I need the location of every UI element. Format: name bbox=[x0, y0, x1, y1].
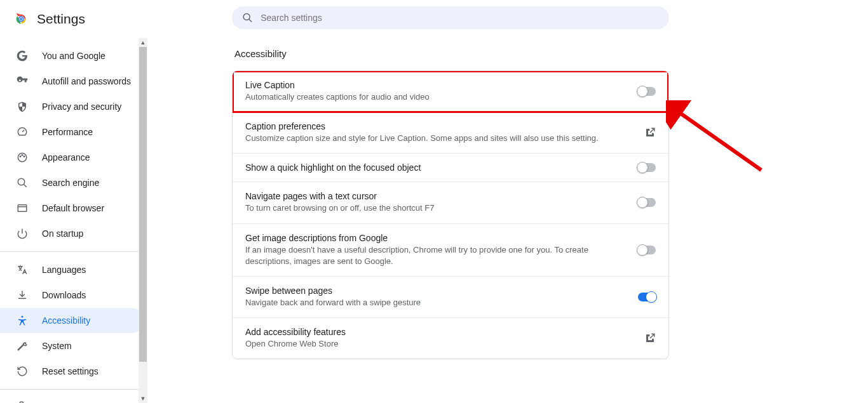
row-subtitle: To turn caret browsing on or off, use th… bbox=[245, 202, 625, 214]
wrench-icon bbox=[17, 340, 28, 352]
row-subtitle: Automatically creates captions for audio… bbox=[245, 91, 625, 103]
search-icon bbox=[17, 177, 28, 188]
sidebar-item-label: Search engine bbox=[42, 178, 99, 188]
search-bar[interactable] bbox=[232, 6, 669, 29]
sidebar-item-label: On startup bbox=[42, 228, 83, 239]
row-image-descriptions[interactable]: Get image descriptions from Google If an… bbox=[233, 224, 668, 277]
sidebar-item-label: You and Google bbox=[42, 51, 105, 61]
sidebar-item-languages[interactable]: Languages bbox=[0, 257, 144, 282]
section-title: Accessibility bbox=[234, 48, 669, 59]
sidebar-item-system[interactable]: System bbox=[0, 333, 144, 359]
page-title: Settings bbox=[37, 11, 85, 27]
sidebar-item-default-browser[interactable]: Default browser bbox=[0, 195, 144, 221]
extension-icon bbox=[17, 400, 28, 403]
svg-point-5 bbox=[20, 156, 21, 157]
row-title: Get image descriptions from Google bbox=[245, 233, 625, 243]
toggle-quick-highlight[interactable] bbox=[638, 163, 656, 172]
svg-point-3 bbox=[20, 18, 22, 20]
sidebar: Settings You and Google Autofill and pas… bbox=[0, 0, 148, 403]
power-icon bbox=[17, 228, 28, 239]
sidebar-nav: You and Google Autofill and passwords Pr… bbox=[0, 38, 147, 403]
scrollbar-down-icon[interactable]: ▼ bbox=[139, 394, 147, 403]
sidebar-item-label: Privacy and security bbox=[42, 102, 121, 112]
row-title: Swipe between pages bbox=[245, 286, 625, 296]
svg-point-8 bbox=[18, 178, 25, 185]
google-g-icon bbox=[17, 50, 28, 62]
scrollbar-up-icon[interactable]: ▲ bbox=[139, 38, 147, 47]
sidebar-header: Settings bbox=[0, 0, 147, 38]
sidebar-item-label: System bbox=[42, 341, 72, 351]
toggle-live-caption[interactable] bbox=[638, 87, 656, 96]
sidebar-item-downloads[interactable]: Downloads bbox=[0, 282, 144, 308]
row-quick-highlight[interactable]: Show a quick highlight on the focused ob… bbox=[233, 154, 668, 182]
sidebar-item-label: Languages bbox=[42, 265, 86, 275]
row-live-caption[interactable]: Live Caption Automatically creates capti… bbox=[233, 71, 668, 112]
row-subtitle: Open Chrome Web Store bbox=[245, 338, 632, 350]
row-caption-preferences[interactable]: Caption preferences Customize caption si… bbox=[233, 112, 668, 154]
shield-icon bbox=[17, 101, 28, 112]
palette-icon bbox=[17, 152, 28, 163]
row-add-features[interactable]: Add accessibility features Open Chrome W… bbox=[233, 318, 668, 359]
sidebar-item-label: Accessibility bbox=[42, 315, 90, 326]
sidebar-item-appearance[interactable]: Appearance bbox=[0, 145, 144, 170]
sidebar-item-label: Default browser bbox=[42, 203, 104, 213]
toggle-text-cursor[interactable] bbox=[638, 198, 656, 207]
svg-line-15 bbox=[249, 19, 252, 22]
sidebar-item-extensions[interactable] bbox=[0, 395, 147, 403]
sidebar-item-label: Performance bbox=[42, 127, 93, 137]
svg-point-6 bbox=[22, 155, 23, 156]
nav-divider bbox=[0, 251, 147, 252]
row-subtitle: Customize caption size and style for Liv… bbox=[245, 133, 632, 144]
sidebar-item-accessibility[interactable]: Accessibility bbox=[0, 308, 144, 333]
row-subtitle: Navigate back and forward with a swipe g… bbox=[245, 297, 625, 308]
row-subtitle: If an image doesn't have a useful descri… bbox=[245, 244, 625, 267]
scrollbar-thumb[interactable] bbox=[139, 47, 147, 362]
sidebar-item-label: Appearance bbox=[42, 152, 90, 162]
main-content: Accessibility Live Caption Automatically… bbox=[148, 0, 868, 403]
svg-point-14 bbox=[243, 14, 250, 20]
toggle-swipe-pages[interactable] bbox=[638, 293, 656, 301]
row-text-cursor[interactable]: Navigate pages with a text cursor To tur… bbox=[233, 182, 668, 223]
sidebar-item-search-engine[interactable]: Search engine bbox=[0, 170, 144, 195]
translate-icon bbox=[17, 264, 28, 275]
speedometer-icon bbox=[17, 126, 28, 138]
accessibility-icon bbox=[17, 315, 28, 326]
row-title: Live Caption bbox=[245, 80, 625, 90]
svg-point-7 bbox=[24, 156, 25, 157]
row-title: Add accessibility features bbox=[245, 327, 632, 337]
sidebar-item-label: Autofill and passwords bbox=[42, 76, 131, 86]
reset-icon bbox=[17, 366, 28, 377]
settings-card: Live Caption Automatically creates capti… bbox=[232, 70, 669, 359]
row-title: Show a quick highlight on the focused ob… bbox=[245, 162, 625, 173]
browser-icon bbox=[17, 202, 28, 214]
sidebar-item-label: Downloads bbox=[42, 290, 86, 300]
svg-point-13 bbox=[22, 316, 24, 318]
toggle-image-descriptions[interactable] bbox=[638, 246, 656, 254]
sidebar-item-label: Reset settings bbox=[42, 366, 98, 376]
external-link-icon bbox=[644, 127, 656, 138]
sidebar-item-on-startup[interactable]: On startup bbox=[0, 221, 144, 246]
row-swipe-pages[interactable]: Swipe between pages Navigate back and fo… bbox=[233, 277, 668, 318]
row-title: Caption preferences bbox=[245, 121, 632, 131]
key-icon bbox=[17, 76, 28, 87]
sidebar-item-privacy[interactable]: Privacy and security bbox=[0, 94, 144, 119]
search-input[interactable] bbox=[261, 13, 659, 23]
svg-rect-10 bbox=[18, 205, 27, 212]
search-icon bbox=[242, 12, 253, 23]
row-title: Navigate pages with a text cursor bbox=[245, 191, 625, 201]
chrome-logo-icon bbox=[14, 12, 28, 26]
svg-line-9 bbox=[24, 184, 27, 187]
nav-divider bbox=[0, 389, 147, 390]
download-icon bbox=[17, 289, 28, 301]
sidebar-item-you-and-google[interactable]: You and Google bbox=[0, 43, 144, 69]
sidebar-item-autofill[interactable]: Autofill and passwords bbox=[0, 69, 144, 94]
external-link-icon bbox=[644, 333, 656, 344]
sidebar-item-performance[interactable]: Performance bbox=[0, 119, 144, 145]
sidebar-item-reset[interactable]: Reset settings bbox=[0, 359, 144, 384]
